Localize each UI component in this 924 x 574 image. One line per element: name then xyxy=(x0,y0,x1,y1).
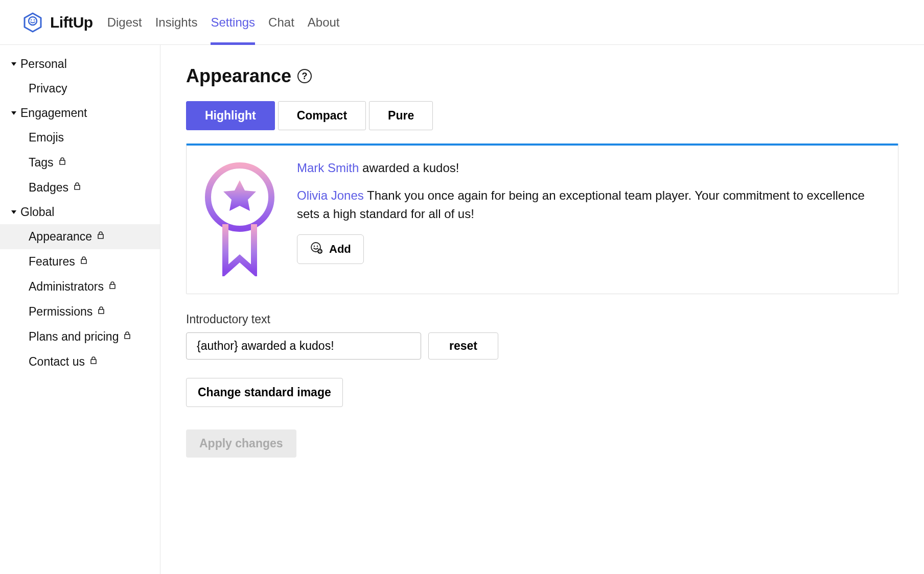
svg-point-7 xyxy=(317,246,318,247)
tab-compact[interactable]: Compact xyxy=(278,101,366,130)
svg-point-1 xyxy=(29,17,37,25)
main-content: Appearance ? Highlight Compact Pure xyxy=(160,45,924,574)
sidebar-group-label: Global xyxy=(20,205,54,219)
sidebar-item-privacy[interactable]: Privacy xyxy=(0,76,160,101)
lock-icon xyxy=(59,157,66,167)
sidebar-item-label: Administrators xyxy=(29,280,104,294)
sidebar-item-label: Emojis xyxy=(29,131,64,145)
sidebar-item-administrators[interactable]: Administrators xyxy=(0,274,160,299)
add-reaction-button[interactable]: Add xyxy=(297,234,364,264)
sidebar-group-label: Personal xyxy=(20,57,67,71)
caret-down-icon xyxy=(11,111,16,115)
sidebar-item-label: Permissions xyxy=(29,305,93,319)
kudos-preview-card: Mark Smith awarded a kudos! Olivia Jones… xyxy=(186,144,898,294)
sidebar-item-label: Tags xyxy=(29,156,54,170)
nav-insights[interactable]: Insights xyxy=(155,0,198,44)
reset-button[interactable]: reset xyxy=(428,332,498,360)
caret-down-icon xyxy=(11,62,16,66)
svg-point-2 xyxy=(31,19,32,20)
lock-icon xyxy=(90,356,97,366)
svg-point-6 xyxy=(314,246,315,247)
brand-name: LiftUp xyxy=(50,14,93,31)
sidebar-item-emojis[interactable]: Emojis xyxy=(0,125,160,150)
add-button-label: Add xyxy=(329,243,351,256)
settings-sidebar: Personal Privacy Engagement Emojis Tags … xyxy=(0,45,160,574)
lock-icon xyxy=(80,256,87,266)
lock-icon xyxy=(98,306,105,316)
sidebar-item-features[interactable]: Features xyxy=(0,249,160,274)
sidebar-item-plans-pricing[interactable]: Plans and pricing xyxy=(0,324,160,349)
recipient-name[interactable]: Olivia Jones xyxy=(297,188,364,202)
intro-text-input[interactable] xyxy=(186,332,421,360)
sidebar-item-label: Features xyxy=(29,255,75,269)
kudos-message: Thank you once again for being an except… xyxy=(297,188,865,221)
nav-chat[interactable]: Chat xyxy=(268,0,294,44)
author-name[interactable]: Mark Smith xyxy=(297,161,359,175)
appearance-tabs: Highlight Compact Pure xyxy=(186,101,898,130)
nav-settings[interactable]: Settings xyxy=(211,0,255,44)
tab-highlight[interactable]: Highlight xyxy=(186,101,275,130)
tab-pure[interactable]: Pure xyxy=(369,101,433,130)
app-header: LiftUp Digest Insights Settings Chat Abo… xyxy=(0,0,924,45)
page-title: Appearance xyxy=(186,65,291,87)
lock-icon xyxy=(97,231,104,241)
sidebar-group-global[interactable]: Global xyxy=(0,200,160,224)
liftup-logo-icon xyxy=(22,12,43,33)
main-nav: Digest Insights Settings Chat About xyxy=(107,0,340,44)
brand-logo[interactable]: LiftUp xyxy=(22,12,93,33)
sidebar-item-label: Badges xyxy=(29,181,68,195)
sidebar-item-tags[interactable]: Tags xyxy=(0,150,160,175)
sidebar-item-label: Plans and pricing xyxy=(29,330,119,344)
sidebar-item-contact-us[interactable]: Contact us xyxy=(0,349,160,374)
sidebar-item-label: Privacy xyxy=(29,82,67,95)
preview-intro-line: Mark Smith awarded a kudos! xyxy=(297,159,881,177)
lock-icon xyxy=(109,281,116,291)
nav-digest[interactable]: Digest xyxy=(107,0,142,44)
sidebar-group-label: Engagement xyxy=(20,106,87,120)
intro-suffix: awarded a kudos! xyxy=(359,161,459,175)
change-standard-image-button[interactable]: Change standard image xyxy=(186,378,343,407)
sidebar-item-label: Appearance xyxy=(29,230,92,244)
lock-icon xyxy=(74,182,81,192)
help-icon[interactable]: ? xyxy=(297,69,312,83)
sidebar-group-engagement[interactable]: Engagement xyxy=(0,101,160,125)
sidebar-item-permissions[interactable]: Permissions xyxy=(0,299,160,324)
nav-about[interactable]: About xyxy=(308,0,340,44)
award-ribbon-icon xyxy=(204,159,275,276)
caret-down-icon xyxy=(11,210,16,214)
sidebar-item-label: Contact us xyxy=(29,355,85,369)
emoji-add-icon xyxy=(310,241,323,257)
preview-message-line: Olivia Jones Thank you once again for be… xyxy=(297,186,881,223)
intro-text-label: Introductory text xyxy=(186,313,898,326)
svg-point-3 xyxy=(34,19,35,20)
apply-changes-button[interactable]: Apply changes xyxy=(186,429,296,458)
lock-icon xyxy=(124,331,131,341)
sidebar-item-badges[interactable]: Badges xyxy=(0,175,160,200)
sidebar-item-appearance[interactable]: Appearance xyxy=(0,224,160,249)
sidebar-group-personal[interactable]: Personal xyxy=(0,52,160,76)
